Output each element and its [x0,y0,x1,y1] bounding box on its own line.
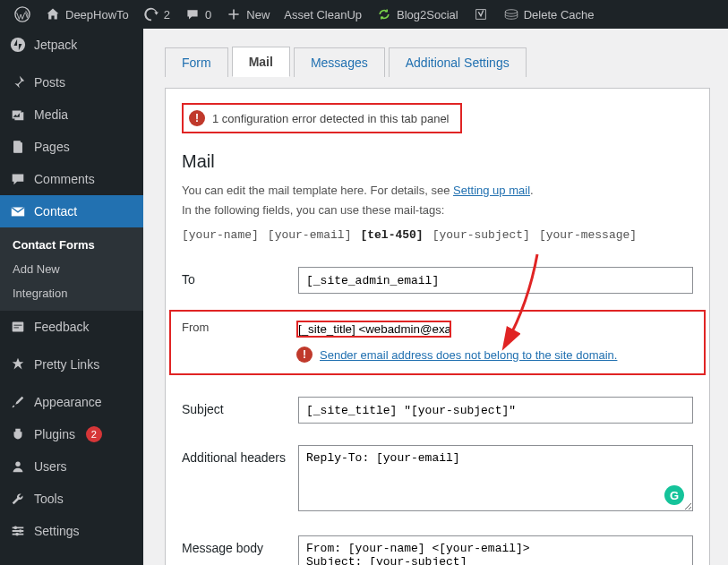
sidebar-subitem-integration[interactable]: Integration [0,281,143,305]
help-text: You can edit the mail template here. For… [182,181,693,245]
yoast-link[interactable] [466,0,496,29]
mail-heading: Mail [182,151,693,172]
textarea-message-body[interactable] [298,535,693,565]
label-from: From [182,321,296,334]
update-icon [143,6,159,22]
wp-logo[interactable] [7,0,38,29]
plugins-update-badge: 2 [86,426,102,442]
cache-icon [503,6,519,22]
svg-point-6 [14,526,18,530]
mail-tags-list: [your-name] [your-email] [tel-450] [your… [182,226,693,245]
brush-icon [9,393,27,411]
wordpress-icon [14,6,30,22]
row-to: To [182,267,693,294]
from-error-link[interactable]: Sender email address does not belong to … [320,348,617,362]
textarea-additional-headers[interactable] [298,445,693,511]
row-from-highlighted: From ! Sender email address does not bel… [169,310,706,375]
pages-icon [9,138,27,156]
config-error-banner: ! 1 configuration error detected in this… [182,103,462,133]
mailtag-email[interactable]: [your-email] [268,226,352,245]
svg-point-8 [15,533,19,536]
tab-additional-settings[interactable]: Additional Settings [389,47,527,77]
mail-panel: ! 1 configuration error detected in this… [165,88,710,565]
svg-point-5 [15,462,20,467]
tab-form[interactable]: Form [165,47,228,77]
row-subject: Subject [182,397,693,424]
sidebar-item-tools[interactable]: Tools [0,483,143,515]
jetpack-icon [9,36,27,54]
sidebar-subitem-add-new[interactable]: Add New [0,257,143,281]
label-additional-headers: Additional headers [182,445,298,465]
feedback-icon [9,318,27,336]
user-icon [9,458,27,475]
svg-point-1 [505,10,518,14]
sidebar-item-users[interactable]: Users [0,450,143,483]
media-icon [9,106,27,124]
sidebar-subitem-contact-forms[interactable]: Contact Forms [0,233,143,257]
plus-icon [226,6,242,22]
sidebar-item-pretty-links[interactable]: Pretty Links [0,348,143,381]
config-tabs: Form Mail Messages Additional Settings [165,47,710,77]
main-content: Form Mail Messages Additional Settings !… [143,29,728,565]
from-error: ! Sender email address does not belong t… [296,347,617,363]
sidebar-item-plugins[interactable]: Plugins2 [0,418,143,450]
pin-icon [9,73,27,91]
home-icon [45,6,61,22]
new-content-link[interactable]: New [218,0,277,29]
star-icon [9,355,27,373]
sidebar-item-pages[interactable]: Pages [0,131,143,163]
sidebar-item-media[interactable]: Media [0,98,143,131]
updates-link[interactable]: 2 [136,0,177,29]
contact-submenu: Contact Forms Add New Integration [0,227,143,311]
input-to[interactable] [298,267,693,294]
svg-rect-4 [13,322,24,332]
sidebar-item-comments[interactable]: Comments [0,163,143,195]
mail-icon [9,202,27,220]
admin-sidebar: Jetpack Posts Media Pages Comments Conta… [0,29,143,565]
label-message-body: Message body [182,535,298,555]
sidebar-item-appearance[interactable]: Appearance [0,386,143,418]
yoast-icon [473,6,489,22]
comment-icon [184,6,201,22]
blog2social-link[interactable]: Blog2Social [369,0,466,29]
comments-link[interactable]: 0 [177,0,218,29]
sliders-icon [9,522,27,540]
mailtag-message[interactable]: [your-message] [539,226,637,245]
sidebar-item-posts[interactable]: Posts [0,66,143,98]
row-additional-headers: Additional headers G [182,445,693,514]
setting-up-mail-link[interactable]: Setting up mail [453,184,530,197]
label-to: To [182,267,298,287]
tab-messages[interactable]: Messages [294,47,385,77]
svg-point-7 [19,529,22,533]
asset-cleanup-link[interactable]: Asset CleanUp [277,0,369,29]
wrench-icon [9,490,27,508]
tab-mail[interactable]: Mail [232,47,290,77]
comments-icon [9,170,27,188]
admin-bar: DeepHowTo 2 0 New Asset CleanUp Blog2Soc… [0,0,728,29]
refresh-icon [376,6,392,22]
svg-point-2 [11,38,25,52]
mailtag-name[interactable]: [your-name] [182,226,259,245]
site-name-link[interactable]: DeepHowTo [38,0,136,29]
site-name: DeepHowTo [65,8,129,21]
mailtag-subject[interactable]: [your-subject] [433,226,530,245]
config-error-text: 1 configuration error detected in this t… [212,112,450,125]
input-from[interactable] [296,321,451,338]
sidebar-item-jetpack[interactable]: Jetpack [0,29,143,61]
sidebar-item-settings[interactable]: Settings [0,515,143,547]
plug-icon [9,425,27,443]
input-subject[interactable] [298,397,693,424]
label-subject: Subject [182,397,298,416]
delete-cache-link[interactable]: Delete Cache [496,0,602,29]
error-icon: ! [189,110,205,126]
sidebar-item-feedback[interactable]: Feedback [0,311,143,343]
sidebar-item-contact[interactable]: Contact [0,195,143,227]
row-message-body: Message body [182,535,693,565]
svg-point-3 [14,112,16,114]
mailtag-tel[interactable]: [tel-450] [360,226,423,245]
error-icon: ! [296,347,313,363]
